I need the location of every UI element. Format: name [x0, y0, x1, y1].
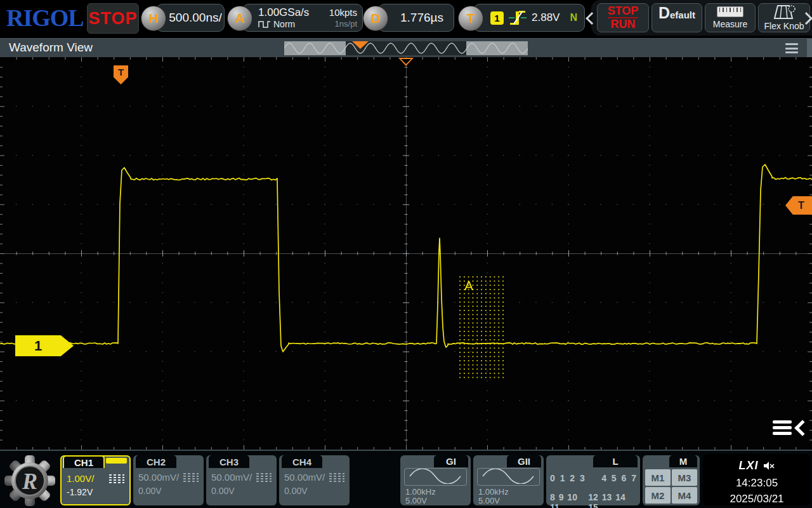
generator2-freq: 1.00kHz [478, 487, 509, 497]
channel4-offset: 0.00V [284, 486, 308, 496]
channel2-scale: 50.00mV/ [138, 472, 179, 483]
status-clock-block[interactable]: LXI 14:23:05 2025/03/21 [703, 454, 811, 505]
horizontal-scale-box[interactable]: 500.00ns/ [156, 4, 225, 32]
trigger-status: N [570, 12, 577, 23]
acquire-knob[interactable]: A [227, 6, 252, 31]
logic-digits: 8 9 10 11 [550, 492, 588, 508]
coupling-icon [183, 473, 199, 483]
generator2-amp: 5.00V [478, 496, 500, 505]
waveform-display[interactable] [0, 57, 812, 450]
acquire-mode: Norm [273, 18, 295, 30]
generator2-tab: GII [507, 455, 541, 467]
header-edge-handle [807, 39, 812, 58]
channel1-scale: 1.00V/ [67, 473, 94, 484]
waveform-navigation-strip[interactable] [284, 41, 528, 55]
channel1-active-bar [106, 458, 127, 464]
logic-digits: 4 5 6 7 [601, 473, 636, 483]
channel4-tab: CH4 [282, 455, 322, 468]
flex-knob-label: Flex Knob [764, 21, 804, 31]
clock-date: 2025/03/21 [703, 493, 811, 505]
math-m2-button[interactable]: M2 [645, 487, 671, 504]
generator1-tab: GI [434, 455, 468, 467]
generator2-block[interactable]: GII 1.00kHz 5.00V [473, 455, 544, 505]
memory-depth: 10kpts [329, 7, 357, 18]
coupling-icon [256, 473, 272, 483]
run-stop-button[interactable]: STOP RUN [597, 3, 649, 32]
graticule-area: T T 1 A [0, 57, 812, 450]
trigger-knob[interactable]: T [458, 6, 483, 31]
logic-digits: 0 1 2 3 [550, 473, 585, 483]
clock-time: 14:23:05 [703, 477, 811, 490]
acquire-box[interactable]: 1.00GSa/s 10kpts Norm 1ns/pt [242, 4, 363, 32]
generator1-block[interactable]: GI 1.00kHz 5.00V [400, 455, 471, 505]
speaker-muted-icon [763, 461, 775, 471]
rigol-logo: RIGOL [6, 4, 84, 32]
menu-collapse-icon[interactable] [773, 420, 808, 435]
horizontal-knob[interactable]: H [141, 6, 166, 31]
rigol-gear-logo: R [3, 454, 56, 507]
acquisition-status-button[interactable]: STOP [87, 3, 139, 34]
logic-digits: 12 13 14 15 [588, 492, 636, 508]
measure-label: Measure [713, 19, 747, 29]
channel3-tab: CH3 [209, 455, 249, 468]
trigger-slope-icon [509, 8, 527, 27]
default-initial: D [658, 4, 670, 22]
channel4-scale: 50.00mV/ [284, 472, 325, 483]
logic-tab: L [593, 455, 638, 467]
stop-label: STOP [608, 5, 639, 18]
logic-channels-block[interactable]: L 0 1 2 3 4 5 6 7 8 9 10 11 12 13 14 15 [546, 455, 640, 505]
coupling-icon [329, 473, 344, 483]
channel2-block[interactable]: CH2 50.00mV/ 0.00V [133, 455, 204, 505]
math-block[interactable]: M M1 M3 M2 M4 [643, 455, 700, 505]
channel2-tab: CH2 [136, 455, 176, 468]
generator1-freq: 1.00kHz [405, 487, 436, 497]
math-m3-button[interactable]: M3 [672, 469, 697, 486]
trigger-box[interactable]: 1 2.88V N [473, 4, 585, 32]
resolution: 1ns/pt [335, 18, 357, 30]
math-m4-button[interactable]: M4 [672, 487, 697, 504]
ruler-icon [717, 6, 743, 17]
sine-wave-icon [477, 468, 540, 486]
top-bar: RIGOL STOP H 500.00ns/ A 1.00GSa/s 10kpt… [0, 0, 812, 36]
oscilloscope-screen: RIGOL STOP H 500.00ns/ A 1.00GSa/s 10kpt… [0, 0, 812, 508]
zone-a-label: A [464, 278, 473, 293]
channel1-block[interactable]: CH1 1.00V/ -1.92V [60, 455, 131, 505]
coupling-icon [109, 474, 124, 485]
channel2-offset: 0.00V [138, 486, 162, 496]
delay-box[interactable]: 1.776µs [378, 4, 454, 32]
sample-rate: 1.00GSa/s [258, 7, 309, 18]
nav-waveform-thumbnail [284, 41, 528, 55]
generator1-amp: 5.00V [405, 496, 427, 505]
bottom-bar: R CH1 1.00V/ -1.92V CH2 50.00mV/ 0.00V C… [0, 450, 812, 508]
lxi-logo: LXI [738, 459, 758, 472]
page-title: Waveform View [9, 41, 93, 55]
trigger-level-value: 2.88V [532, 11, 560, 24]
channel1-tab: CH1 [63, 455, 105, 468]
math-tab: M [669, 455, 697, 467]
default-button[interactable]: Default [652, 3, 702, 32]
trigger-source-badge: 1 [490, 11, 504, 25]
channel1-offset: -1.92V [67, 487, 93, 497]
svg-text:R: R [22, 469, 37, 494]
channel3-scale: 50.00mV/ [211, 472, 252, 483]
channel3-block[interactable]: CH3 50.00mV/ 0.00V [206, 455, 277, 505]
default-rest: efault [670, 10, 695, 20]
header-menu-icon[interactable] [785, 43, 798, 53]
pulse-wave-icon [258, 20, 271, 28]
channel4-block[interactable]: CH4 50.00mV/ 0.00V [279, 455, 350, 505]
waveform-view-header: Waveform View [0, 38, 812, 58]
channel3-offset: 0.00V [211, 486, 235, 496]
measure-button[interactable]: Measure [705, 3, 756, 32]
flex-knob-icon [773, 4, 796, 20]
delay-knob[interactable]: D [363, 6, 388, 31]
math-m1-button[interactable]: M1 [645, 469, 671, 486]
sine-wave-icon [404, 468, 467, 486]
run-label: RUN [611, 18, 636, 30]
